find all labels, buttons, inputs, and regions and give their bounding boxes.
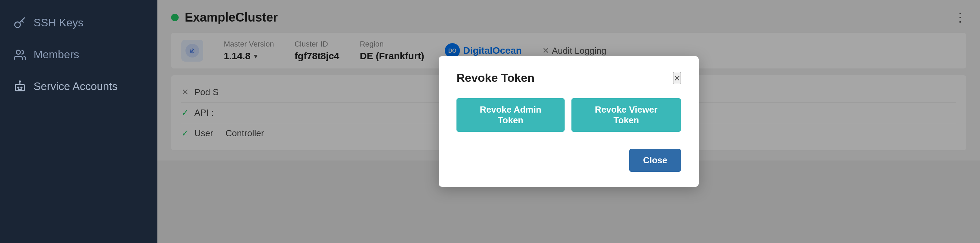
robot-icon: [14, 81, 26, 93]
people-icon: [14, 49, 26, 61]
svg-point-1: [16, 50, 21, 54]
svg-rect-7: [21, 87, 22, 88]
modal-title: Revoke Token: [457, 71, 535, 84]
modal-footer: Close: [457, 149, 681, 172]
revoke-viewer-token-button[interactable]: Revoke Viewer Token: [571, 98, 681, 132]
sidebar-item-members[interactable]: Members: [0, 39, 158, 70]
modal-header: Revoke Token ×: [457, 71, 681, 84]
main-content: ExampleCluster ⋮ ⎈ Master Version 1.14.8…: [158, 0, 980, 243]
svg-point-3: [19, 81, 21, 82]
sidebar: SSH Keys Members Service Accounts: [0, 0, 158, 243]
sidebar-item-service-accounts[interactable]: Service Accounts: [0, 70, 158, 102]
sidebar-item-service-accounts-label: Service Accounts: [33, 80, 118, 93]
sidebar-item-ssh-keys[interactable]: SSH Keys: [0, 7, 158, 39]
key-icon: [14, 17, 26, 29]
svg-rect-6: [18, 87, 19, 88]
sidebar-item-members-label: Members: [33, 48, 79, 61]
close-button[interactable]: Close: [629, 149, 681, 172]
modal-overlay: Revoke Token × Revoke Admin Token Revoke…: [158, 0, 980, 243]
modal-close-button[interactable]: ×: [673, 72, 681, 84]
revoke-admin-token-button[interactable]: Revoke Admin Token: [457, 98, 565, 132]
sidebar-item-ssh-keys-label: SSH Keys: [33, 16, 83, 29]
revoke-token-modal: Revoke Token × Revoke Admin Token Revoke…: [439, 56, 699, 187]
modal-buttons-row: Revoke Admin Token Revoke Viewer Token: [457, 98, 681, 132]
